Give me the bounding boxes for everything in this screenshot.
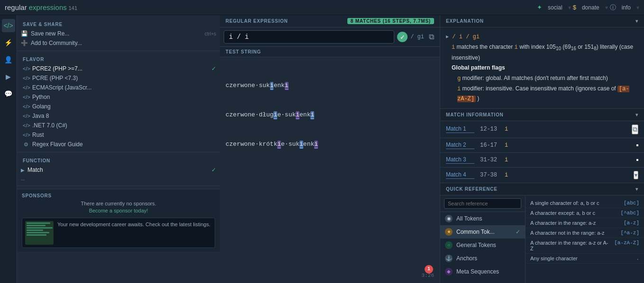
qr-entry-4: A character not in the range: a-z [^a-z] bbox=[526, 228, 644, 238]
exp-regex-line: ▸ / i / gi bbox=[446, 32, 638, 42]
sponsors-box: SPONSORS There are currently no sponsors… bbox=[17, 189, 220, 252]
flavor-pcre-icon: </> bbox=[23, 75, 29, 81]
qr-menu-all[interactable]: ◉ All Tokens bbox=[440, 212, 525, 225]
icon-play[interactable]: ▶ bbox=[2, 70, 15, 83]
quick-ref-left: ◉ All Tokens ★ Common Tok... ✓ ○ General… bbox=[440, 195, 526, 283]
match-label-3: Match 3 bbox=[446, 156, 474, 164]
flavor-check: ✓ bbox=[211, 65, 216, 72]
qr-entry-2: A character except: a, b or c [^abc] bbox=[526, 208, 644, 218]
flavor-python-label: Python bbox=[32, 94, 50, 100]
match-copy-1[interactable]: ⧉ bbox=[632, 124, 638, 134]
qr-code-1: [abc] bbox=[624, 200, 639, 206]
explanation-toggle[interactable]: ▾ bbox=[635, 18, 638, 24]
qr-code-2: [^abc] bbox=[620, 210, 639, 216]
flavor-ecma-label: ECMAScript (JavaScr... bbox=[32, 84, 91, 91]
qr-desc-5: A character in the range: a-z or A-Z bbox=[530, 240, 609, 251]
flavor-ecma[interactable]: </> ECMAScript (JavaScr... bbox=[17, 83, 220, 92]
nav-sep3: ▾ bbox=[636, 4, 639, 11]
qr-desc-6: Any single character bbox=[530, 256, 631, 261]
donate-button[interactable]: donate bbox=[578, 3, 603, 12]
add-community-row[interactable]: ➕ Add to Community... bbox=[17, 38, 220, 48]
match-highlight-5: i bbox=[310, 111, 314, 119]
qr-common-check: ✓ bbox=[516, 229, 520, 235]
match-val-2: i bbox=[505, 142, 508, 149]
qr-meta-label: Meta Sequences bbox=[456, 268, 499, 275]
flavor-pcre-label: PCRE (PHP <7.3) bbox=[32, 75, 78, 81]
match-copy-2[interactable] bbox=[636, 144, 638, 146]
icon-user[interactable]: 👤 bbox=[2, 53, 15, 66]
quick-ref-header: QUICK REFERENCE ▾ bbox=[440, 183, 644, 195]
sponsor-ad: Your new development career awaits. Chec… bbox=[22, 218, 215, 248]
copy-regex-button[interactable]: ⧉ bbox=[427, 32, 436, 42]
code-line-6 bbox=[27, 234, 46, 236]
flavor-pcre[interactable]: </> PCRE (PHP <7.3) bbox=[17, 73, 220, 83]
exp-i-line: i modifier: insensitive. Case insensitiv… bbox=[446, 84, 638, 104]
exp-regex-code: / i / gi bbox=[452, 34, 480, 40]
qr-code-6: . bbox=[636, 256, 639, 261]
match-info-header: MATCH INFORMATION ▾ bbox=[440, 109, 644, 121]
exp-g-code: g bbox=[457, 75, 461, 82]
top-nav: regular expressions 141 ✦ social ▾ $ don… bbox=[0, 0, 644, 15]
flavor-rust[interactable]: </> Rust bbox=[17, 130, 220, 140]
exp-i-paren: ) bbox=[477, 95, 479, 102]
flavor-rust-label: Rust bbox=[32, 132, 44, 138]
match-expand-4[interactable]: ▾ bbox=[634, 171, 638, 179]
qr-general-icon: ○ bbox=[445, 241, 453, 249]
match-row-1: Match 1 12-13 i ⧉ bbox=[440, 121, 644, 138]
qr-menu-common[interactable]: ★ Common Tok... ✓ bbox=[440, 225, 525, 239]
exp-char-code: i bbox=[452, 44, 455, 51]
qr-search bbox=[440, 195, 525, 212]
qr-entry-5: A character in the range: a-z or A-Z [a-… bbox=[526, 238, 644, 254]
flavor-rust-icon: </> bbox=[23, 132, 29, 138]
left-panel: </> ⚡ 👤 ▶ 💬 SAVE & SHARE 💾 Save new Re..… bbox=[0, 15, 220, 283]
quick-ref-toggle[interactable]: ▾ bbox=[635, 186, 638, 192]
match-pos-4: 37-38 bbox=[480, 172, 497, 178]
social-button[interactable]: social bbox=[544, 3, 566, 12]
flavor-pcre2[interactable]: </> PCRE2 (PHP >=7... ✓ bbox=[17, 64, 220, 73]
regex-input[interactable] bbox=[224, 30, 394, 44]
icon-code[interactable]: </> bbox=[2, 19, 15, 32]
function-match[interactable]: ▶ Match ✓ bbox=[17, 165, 220, 175]
qr-menu-general[interactable]: ○ General Tokens bbox=[440, 239, 525, 252]
expand-icon: ▶ bbox=[21, 168, 25, 173]
flavor-python[interactable]: </> Python bbox=[17, 92, 220, 102]
flavor-dotnet-icon: </> bbox=[23, 123, 29, 128]
function-more[interactable]: ... bbox=[17, 175, 220, 183]
qr-search-input[interactable] bbox=[444, 198, 521, 209]
flavor-java[interactable]: </> Java 8 bbox=[17, 111, 220, 121]
match-info-section: Match 1 12-13 i ⧉ Match 2 16-17 i Match … bbox=[440, 121, 644, 183]
match-info-toggle[interactable]: ▾ bbox=[635, 112, 638, 117]
function-match-label: Match bbox=[27, 167, 43, 173]
flavor-code-icon: </> bbox=[23, 66, 29, 71]
flavor-golang[interactable]: </> Golang bbox=[17, 102, 220, 111]
save-shortcut: ctrl+s bbox=[205, 31, 216, 36]
info-button[interactable]: info bbox=[618, 3, 635, 12]
qr-menu-meta[interactable]: ◆ Meta Sequences bbox=[440, 265, 525, 278]
qr-all-icon: ◉ bbox=[445, 215, 453, 222]
save-new-row[interactable]: 💾 Save new Re... ctrl+s bbox=[17, 29, 220, 38]
qr-desc-4: A character not in the range: a-z bbox=[530, 230, 616, 236]
flavor-dotnet[interactable]: </> .NET 7.0 (C#) bbox=[17, 121, 220, 130]
icon-chat[interactable]: 💬 bbox=[2, 87, 15, 100]
match-row-2: Match 2 16-17 i bbox=[440, 138, 644, 153]
match-val-1: i bbox=[505, 126, 508, 133]
match-label-1: Match 1 bbox=[446, 125, 474, 133]
match-highlight-7: i bbox=[299, 141, 303, 149]
match-highlight-2: i bbox=[285, 82, 289, 90]
qr-entry-6: Any single character . bbox=[526, 254, 644, 264]
nav-sep1: ▾ bbox=[568, 4, 571, 11]
match-copy-3[interactable] bbox=[636, 159, 638, 161]
qr-menu-anchors[interactable]: ⚓ Anchors bbox=[440, 252, 525, 265]
right-panel: EXPLANATION ▾ ▸ / i / gi i matches the c… bbox=[440, 15, 644, 283]
brand-version: 141 bbox=[69, 5, 77, 11]
icon-chart[interactable]: ⚡ bbox=[2, 36, 15, 49]
code-line-2 bbox=[27, 225, 45, 226]
nav-items: ✦ social ▾ $ donate ▾ ⓘ info ▾ bbox=[537, 3, 639, 12]
match-highlight-1: i bbox=[270, 82, 274, 90]
flavor-ecma-icon: </> bbox=[23, 85, 29, 90]
sponsors-link[interactable]: Become a sponsor today! bbox=[89, 208, 148, 213]
main-layout: </> ⚡ 👤 ▶ 💬 SAVE & SHARE 💾 Save new Re..… bbox=[0, 15, 644, 283]
test-string-area[interactable]: czerwone·sukienki czerwone·długie·sukien… bbox=[220, 57, 440, 283]
qr-all-label: All Tokens bbox=[456, 215, 482, 222]
flavor-guide[interactable]: ⚙ Regex Flavor Guide bbox=[17, 140, 220, 149]
